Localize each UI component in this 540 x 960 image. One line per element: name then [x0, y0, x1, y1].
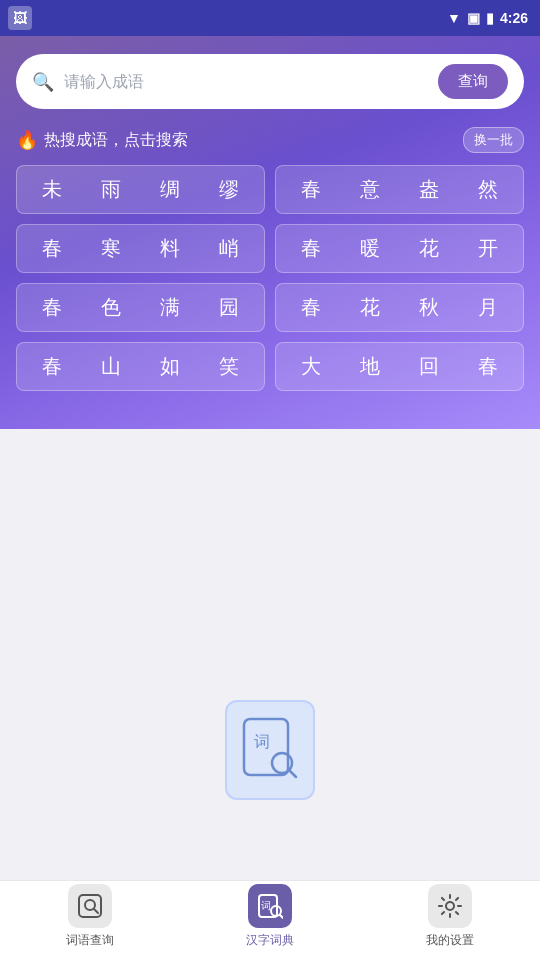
idiom-char: 大 [282, 353, 341, 380]
status-right: ▼ ▣ ▮ 4:26 [447, 10, 528, 26]
idiom-char: 雨 [82, 176, 141, 203]
idiom-char: 地 [341, 353, 400, 380]
idiom-char: 料 [141, 235, 200, 262]
idiom-char: 秋 [400, 294, 459, 321]
idiom-char: 春 [458, 353, 517, 380]
idiom-char: 笑 [199, 353, 258, 380]
idiom-char: 绸 [141, 176, 200, 203]
idiom-char: 花 [400, 235, 459, 262]
top-section: 🔍 查询 🔥 热搜成语，点击搜索 换一批 未 雨 绸 缪 春 意 盎 [0, 36, 540, 429]
hot-title-text: 热搜成语，点击搜索 [44, 130, 188, 151]
idiom-char: 春 [23, 235, 82, 262]
nav-label-settings: 我的设置 [426, 932, 474, 949]
idiom-char: 春 [282, 176, 341, 203]
fire-icon: 🔥 [16, 129, 38, 151]
idiom-char: 春 [282, 294, 341, 321]
svg-line-10 [280, 915, 283, 918]
idiom-card-6[interactable]: 春 花 秋 月 [275, 283, 524, 332]
nav-item-word-query[interactable]: 词语查询 [0, 884, 180, 949]
search-button[interactable]: 查询 [438, 64, 508, 99]
settings-icon [428, 884, 472, 928]
search-bar: 🔍 查询 [16, 54, 524, 109]
idiom-card-8[interactable]: 大 地 回 春 [275, 342, 524, 391]
hanzi-dict-icon: 词 [248, 884, 292, 928]
idiom-char: 春 [23, 353, 82, 380]
svg-text:词: 词 [261, 900, 271, 911]
hot-title: 🔥 热搜成语，点击搜索 [16, 129, 188, 151]
idiom-char: 山 [82, 353, 141, 380]
idiom-char: 缪 [199, 176, 258, 203]
search-input[interactable] [64, 73, 428, 91]
idiom-char: 色 [82, 294, 141, 321]
idiom-char: 春 [282, 235, 341, 262]
idiom-char: 意 [341, 176, 400, 203]
idiom-card-2[interactable]: 春 意 盎 然 [275, 165, 524, 214]
battery-icon: ▮ [486, 10, 494, 26]
nav-label-word-query: 词语查询 [66, 932, 114, 949]
hot-section: 🔥 热搜成语，点击搜索 换一批 未 雨 绸 缪 春 意 盎 然 春 寒 [16, 127, 524, 391]
hot-header: 🔥 热搜成语，点击搜索 换一批 [16, 127, 524, 153]
svg-point-11 [446, 902, 454, 910]
status-bar: 🖼 ▼ ▣ ▮ 4:26 [0, 0, 540, 36]
dict-icon-container: 词 [225, 700, 315, 800]
idiom-char: 峭 [199, 235, 258, 262]
wifi-icon: ▼ [447, 10, 461, 26]
idiom-grid: 未 雨 绸 缪 春 意 盎 然 春 寒 料 峭 春 暖 花 开 [16, 165, 524, 391]
nav-item-settings[interactable]: 我的设置 [360, 884, 540, 949]
dict-icon-box: 词 [225, 700, 315, 800]
nav-item-hanzi-dict[interactable]: 词 汉字词典 [180, 884, 360, 949]
clock: 4:26 [500, 10, 528, 26]
idiom-char: 开 [458, 235, 517, 262]
status-left: 🖼 [8, 6, 32, 30]
dict-svg-icon: 词 [240, 715, 300, 785]
svg-line-6 [94, 909, 98, 913]
gallery-icon: 🖼 [8, 6, 32, 30]
idiom-char: 春 [23, 294, 82, 321]
idiom-char: 园 [199, 294, 258, 321]
idiom-char: 未 [23, 176, 82, 203]
bottom-nav: 词语查询 词 汉字词典 我的设置 [0, 880, 540, 960]
idiom-char: 如 [141, 353, 200, 380]
svg-line-3 [289, 770, 296, 777]
bottom-content: 词 [0, 620, 540, 880]
svg-text:词: 词 [254, 733, 270, 750]
idiom-card-4[interactable]: 春 暖 花 开 [275, 224, 524, 273]
nav-label-hanzi-dict: 汉字词典 [246, 932, 294, 949]
idiom-char: 满 [141, 294, 200, 321]
idiom-card-1[interactable]: 未 雨 绸 缪 [16, 165, 265, 214]
idiom-char: 花 [341, 294, 400, 321]
refresh-button[interactable]: 换一批 [463, 127, 524, 153]
search-icon: 🔍 [32, 71, 54, 93]
word-query-icon [68, 884, 112, 928]
idiom-char: 寒 [82, 235, 141, 262]
idiom-char: 月 [458, 294, 517, 321]
idiom-char: 回 [400, 353, 459, 380]
idiom-card-7[interactable]: 春 山 如 笑 [16, 342, 265, 391]
idiom-card-3[interactable]: 春 寒 料 峭 [16, 224, 265, 273]
idiom-char: 盎 [400, 176, 459, 203]
idiom-char: 然 [458, 176, 517, 203]
idiom-card-5[interactable]: 春 色 满 园 [16, 283, 265, 332]
signal-icon: ▣ [467, 10, 480, 26]
idiom-char: 暖 [341, 235, 400, 262]
